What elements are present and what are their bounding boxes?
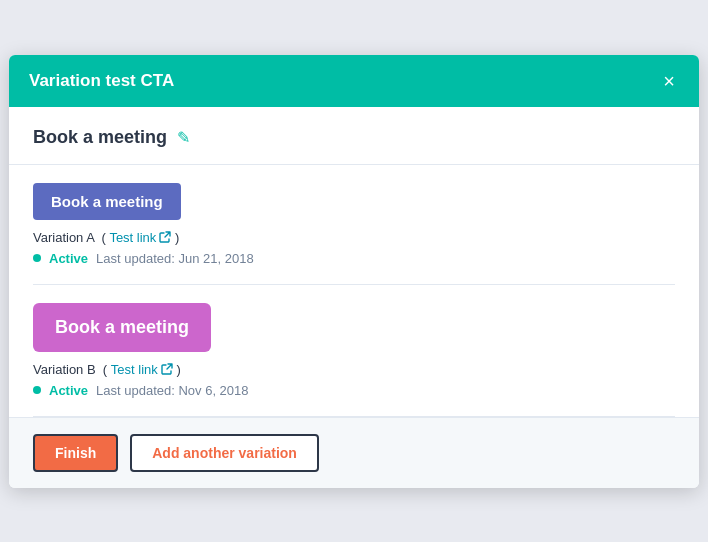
- variation-b-last-updated: Last updated: Nov 6, 2018: [96, 383, 249, 398]
- modal-container: Variation test CTA × Book a meeting ✎ Bo…: [9, 55, 699, 488]
- modal-body: Book a meeting ✎ Book a meeting Variatio…: [9, 107, 699, 417]
- variation-b-section: Book a meeting Variation B ( Test link )…: [33, 285, 675, 417]
- variation-b-status-row: Active Last updated: Nov 6, 2018: [33, 383, 675, 398]
- add-variation-button[interactable]: Add another variation: [130, 434, 319, 472]
- edit-icon[interactable]: ✎: [177, 128, 190, 147]
- finish-button[interactable]: Finish: [33, 434, 118, 472]
- variation-a-status: Active: [49, 251, 88, 266]
- variation-b-status: Active: [49, 383, 88, 398]
- modal-title: Variation test CTA: [29, 71, 174, 91]
- variation-a-section: Book a meeting Variation A ( Test link )…: [33, 165, 675, 285]
- variation-a-last-updated: Last updated: Jun 21, 2018: [96, 251, 254, 266]
- variation-b-cta-button[interactable]: Book a meeting: [33, 303, 211, 352]
- variation-a-test-link[interactable]: Test link: [109, 230, 171, 245]
- variation-a-status-dot: [33, 254, 41, 262]
- variation-b-test-link[interactable]: Test link: [111, 362, 173, 377]
- variation-a-meta: Variation A ( Test link ): [33, 230, 675, 245]
- external-link-icon-a: [159, 231, 171, 243]
- modal-footer: Finish Add another variation: [9, 417, 699, 488]
- close-button[interactable]: ×: [659, 71, 679, 91]
- external-link-icon-b: [161, 363, 173, 375]
- variation-a-status-row: Active Last updated: Jun 21, 2018: [33, 251, 675, 266]
- modal-header: Variation test CTA ×: [9, 55, 699, 107]
- section-title-row: Book a meeting ✎: [33, 127, 675, 148]
- variation-b-status-dot: [33, 386, 41, 394]
- variation-a-cta-button[interactable]: Book a meeting: [33, 183, 181, 220]
- variation-b-label: Variation B: [33, 362, 96, 377]
- variation-a-label: Variation A: [33, 230, 94, 245]
- section-title: Book a meeting: [33, 127, 167, 148]
- variation-b-meta: Variation B ( Test link ): [33, 362, 675, 377]
